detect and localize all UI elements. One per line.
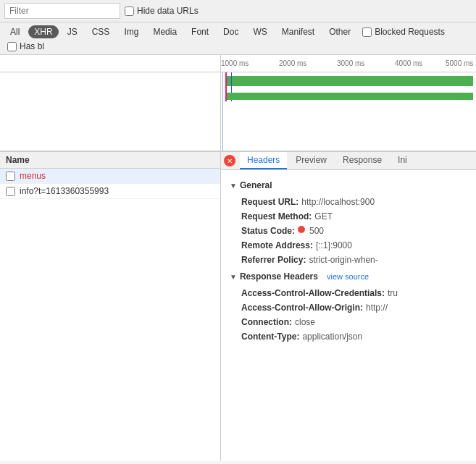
- detail-row-connection: Connection: close: [230, 315, 467, 329]
- status-dot-icon: [298, 226, 305, 233]
- blocked-requests-checkbox[interactable]: [362, 28, 372, 37]
- blocked-requests-label[interactable]: Blocked Requests: [362, 27, 445, 37]
- filter-btn-doc[interactable]: Doc: [217, 25, 244, 38]
- details-content: General Request URL: http://localhost:90…: [221, 170, 476, 350]
- detail-row-url: Request URL: http://localhost:900: [230, 195, 467, 209]
- filter-btn-font[interactable]: Font: [185, 25, 214, 38]
- hide-data-urls-checkbox[interactable]: [125, 7, 134, 16]
- tab-headers[interactable]: Headers: [240, 152, 287, 169]
- details-tab-bar: ✕ Headers Preview Response Ini: [221, 152, 476, 170]
- waterfall-green-bar-2: [227, 93, 473, 100]
- detail-row-acao: Access-Control-Allow-Origin: http://: [230, 300, 467, 315]
- waterfall-chart: [221, 72, 476, 151]
- status-label: Status Code:: [241, 226, 295, 236]
- request-name-info: info?t=1613360355993: [20, 186, 109, 196]
- connection-value: close: [295, 317, 315, 327]
- tab-preview[interactable]: Preview: [288, 152, 334, 169]
- status-value: 500: [309, 226, 324, 236]
- blocked-requests-text: Blocked Requests: [375, 27, 445, 37]
- response-headers-row: Response Headers view source: [230, 267, 467, 286]
- waterfall-blue-vline: [222, 72, 223, 151]
- tick-5000ms: 5000 ms: [446, 59, 473, 67]
- request-row-info[interactable]: info?t=1613360355993: [0, 184, 220, 199]
- filter-btn-manifest[interactable]: Manifest: [276, 25, 320, 38]
- view-source-link[interactable]: view source: [327, 272, 369, 281]
- tab-response[interactable]: Response: [335, 152, 389, 169]
- content-type-value: application/json: [302, 332, 362, 342]
- hide-data-urls-checkbox-label[interactable]: Hide data URLs: [125, 6, 199, 16]
- toolbar: Hide data URLs: [0, 0, 476, 22]
- waterfall-area: [0, 72, 476, 152]
- acao-label: Access-Control-Allow-Origin:: [241, 303, 363, 313]
- method-value: GET: [314, 211, 333, 222]
- detail-row-remote: Remote Address: [::1]:9000: [230, 238, 467, 253]
- has-blocked-text: Has bl: [20, 41, 44, 51]
- url-label: Request URL:: [241, 197, 298, 207]
- tick-4000ms: 4000 ms: [395, 59, 422, 67]
- filter-btn-ws[interactable]: WS: [247, 25, 272, 38]
- filter-btn-media[interactable]: Media: [147, 25, 183, 38]
- bottom-panel: Name menus info?t=1613360355993 ✕ Header…: [0, 152, 476, 461]
- general-section-title: General: [230, 180, 467, 190]
- waterfall-left: [0, 72, 221, 151]
- filter-btn-img[interactable]: Img: [118, 25, 144, 38]
- detail-row-content-type: Content-Type: application/json: [230, 329, 467, 344]
- filter-btn-js[interactable]: JS: [62, 25, 83, 38]
- request-name-menus: menus: [20, 171, 46, 181]
- filter-btn-css[interactable]: CSS: [86, 25, 116, 38]
- timeline-left-spacer: [0, 55, 221, 72]
- detail-row-method: Request Method: GET: [230, 209, 467, 224]
- acac-label: Access-Control-Allow-Credentials:: [241, 288, 385, 298]
- detail-row-status: Status Code: 500: [230, 224, 467, 238]
- requests-list: Name menus info?t=1613360355993: [0, 152, 221, 461]
- remote-label: Remote Address:: [241, 240, 313, 250]
- tick-2000ms: 2000 ms: [279, 59, 306, 67]
- acao-value: http://: [366, 303, 388, 313]
- tab-ini[interactable]: Ini: [391, 152, 414, 169]
- request-checkbox-menus[interactable]: [6, 172, 15, 181]
- filter-btn-xhr[interactable]: XHR: [28, 25, 58, 38]
- details-panel: ✕ Headers Preview Response Ini General R…: [221, 152, 476, 461]
- url-value: http://localhost:900: [301, 197, 375, 207]
- detail-row-acac: Access-Control-Allow-Credentials: tru: [230, 286, 467, 300]
- referrer-value: strict-origin-when-: [309, 255, 377, 265]
- request-row-menus[interactable]: menus: [0, 169, 220, 184]
- response-headers-section-title: Response Headers: [230, 271, 318, 282]
- has-blocked-label[interactable]: Has bl: [7, 41, 44, 51]
- hide-data-urls-label: Hide data URLs: [137, 6, 199, 16]
- timeline-header: 1000 ms 2000 ms 3000 ms 4000 ms 5000 ms …: [0, 55, 476, 72]
- acac-value: tru: [388, 288, 398, 298]
- content-type-label: Content-Type:: [241, 332, 299, 342]
- waterfall-green-bar: [227, 76, 473, 86]
- timeline-ticks: 1000 ms 2000 ms 3000 ms 4000 ms 5000 ms …: [221, 55, 476, 72]
- filter-btn-all[interactable]: All: [4, 25, 25, 38]
- has-blocked-checkbox[interactable]: [7, 42, 17, 51]
- filter-input[interactable]: [4, 3, 120, 19]
- referrer-label: Referrer Policy:: [241, 255, 306, 265]
- filter-btn-other[interactable]: Other: [323, 25, 356, 38]
- connection-label: Connection:: [241, 317, 292, 327]
- remote-value: [::1]:9000: [316, 240, 352, 250]
- request-checkbox-info[interactable]: [6, 187, 15, 196]
- filter-buttons-bar: All XHR JS CSS Img Media Font Doc WS Man…: [0, 22, 476, 55]
- requests-list-header: Name: [0, 152, 220, 169]
- method-label: Request Method:: [241, 211, 312, 222]
- detail-row-referrer: Referrer Policy: strict-origin-when-: [230, 253, 467, 267]
- tick-3000ms: 3000 ms: [337, 59, 364, 67]
- tick-1000ms: 1000 ms: [221, 59, 249, 67]
- tab-close-button[interactable]: ✕: [224, 155, 235, 166]
